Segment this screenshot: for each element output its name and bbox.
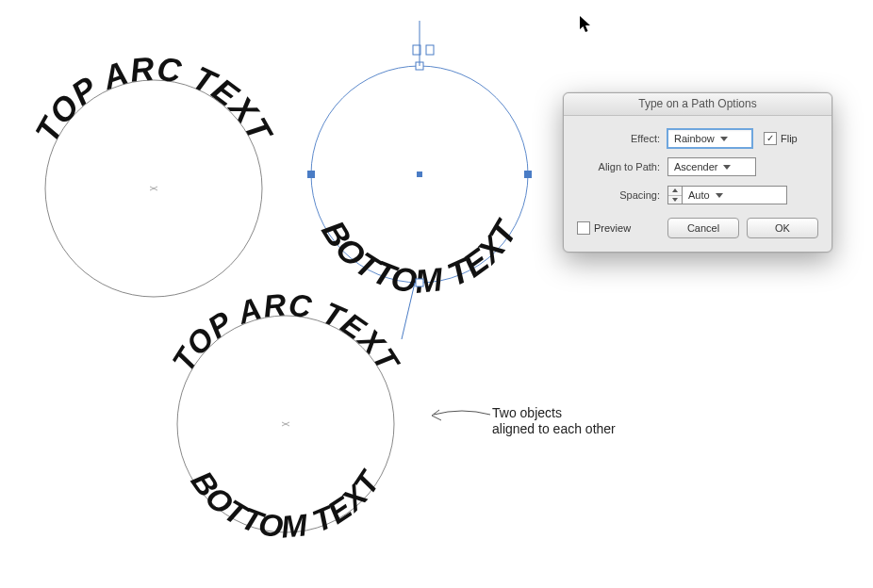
- object-top-arc-text[interactable]: TOP ARC TEXT: [27, 49, 280, 297]
- spacing-select[interactable]: Auto: [682, 186, 787, 204]
- top-arc-text-1: TOP ARC TEXT: [27, 49, 280, 149]
- bottom-arc-text-3: BOTTOM TEXT: [185, 464, 388, 545]
- effect-label: Effect:: [577, 133, 667, 144]
- ok-button[interactable]: OK: [747, 218, 818, 238]
- chevron-down-icon: [716, 193, 723, 198]
- svg-rect-10: [524, 171, 532, 178]
- preview-checkbox[interactable]: Preview: [577, 221, 631, 235]
- object-combined[interactable]: TOP ARC TEXT BOTTOM TEXT: [165, 286, 407, 544]
- align-to-path-select[interactable]: Ascender: [667, 157, 756, 176]
- stepper-down-icon: [672, 198, 678, 202]
- svg-text:TOP ARC TEXT: TOP ARC TEXT: [27, 49, 280, 149]
- svg-text:BOTTOM TEXT: BOTTOM TEXT: [185, 464, 388, 545]
- chevron-down-icon: [723, 165, 731, 170]
- cursor-arrow-icon: [579, 15, 594, 36]
- stepper-up-icon: [672, 188, 678, 192]
- flip-checkbox[interactable]: ✓ Flip: [764, 132, 798, 145]
- effect-select[interactable]: Rainbow: [667, 129, 752, 148]
- svg-text:TOP ARC TEXT: TOP ARC TEXT: [165, 286, 407, 379]
- align-to-path-label: Align to Path:: [577, 161, 667, 172]
- annotation-text: Two objects aligned to each other: [492, 405, 616, 437]
- svg-rect-8: [416, 279, 423, 286]
- top-arc-text-3: TOP ARC TEXT: [165, 286, 407, 379]
- cancel-button[interactable]: Cancel: [667, 218, 739, 238]
- annotation-arrow: [432, 410, 490, 420]
- chevron-down-icon: [720, 137, 728, 141]
- object-bottom-text-selected[interactable]: BOTTOM TEXT: [307, 21, 532, 339]
- svg-rect-9: [307, 171, 315, 178]
- artboard: TOP ARC TEXT BOTTOM TEXT TOP ARC TEXT BO…: [0, 0, 873, 588]
- spacing-stepper[interactable]: [667, 186, 682, 204]
- spacing-label: Spacing:: [577, 189, 667, 201]
- dialog-title: Type on a Path Options: [564, 93, 832, 116]
- svg-rect-12: [426, 45, 434, 55]
- svg-rect-6: [417, 172, 422, 177]
- type-on-path-options-dialog: Type on a Path Options Effect: Rainbow ✓…: [563, 92, 832, 253]
